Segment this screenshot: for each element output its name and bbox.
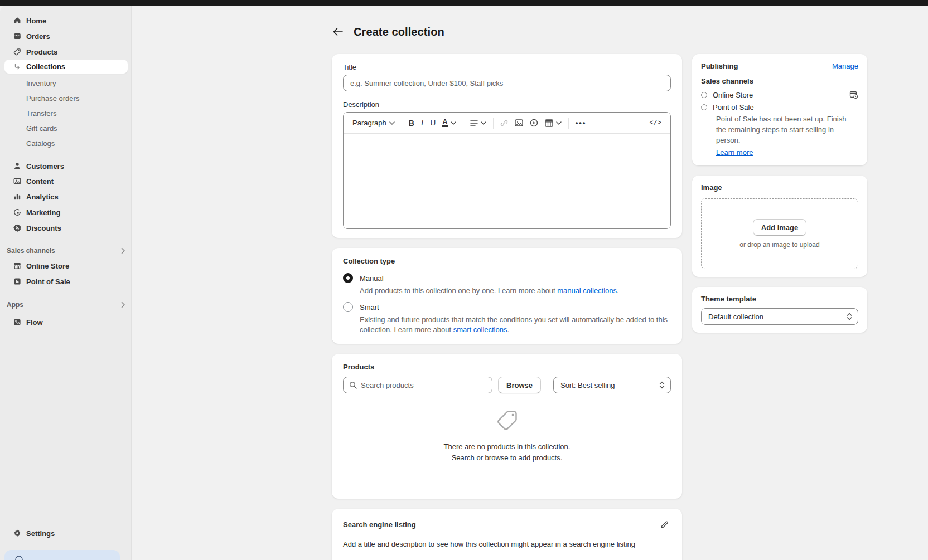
image-heading: Image <box>701 183 858 192</box>
sales-channels-heading: Sales channels <box>701 77 858 85</box>
align-left-icon <box>470 120 478 126</box>
right-column: Publishing Manage Sales channels Online … <box>692 54 867 343</box>
sidebar-item-flow[interactable]: Flow <box>4 315 128 329</box>
manual-collections-link[interactable]: manual collections <box>557 286 617 295</box>
products-empty-state: There are no products in this collection… <box>343 393 671 464</box>
more-options-button[interactable]: ••• <box>572 116 590 129</box>
chevron-down-icon <box>389 121 395 125</box>
sidebar-item-customers[interactable]: Customers <box>4 159 128 173</box>
browse-button[interactable]: Browse <box>498 377 541 393</box>
discount-icon <box>12 223 22 233</box>
link-button[interactable] <box>497 117 511 129</box>
edit-seo-button[interactable] <box>658 518 671 531</box>
learn-more-link[interactable]: Learn more <box>716 148 753 157</box>
products-card: Products Browse Sort: Best selling There… <box>332 354 682 499</box>
toolbar-divider <box>568 118 569 129</box>
pos-setup-note: Point of Sale has not been set up. Finis… <box>716 114 858 145</box>
calendar-clock-icon[interactable] <box>849 90 858 99</box>
sidebar-item-collections[interactable]: Collections <box>4 60 128 74</box>
code-view-button[interactable]: </> <box>646 117 665 129</box>
seo-heading: Search engine listing <box>343 520 416 529</box>
tag-icon <box>12 47 22 57</box>
storefront-icon <box>12 261 22 271</box>
page-title: Create collection <box>354 26 444 38</box>
description-textarea[interactable] <box>344 134 670 228</box>
pos-icon <box>12 277 22 286</box>
insert-image-button[interactable] <box>511 117 526 129</box>
sidebar-item-online-store[interactable]: Online Store <box>4 259 128 273</box>
sidebar-item-content[interactable]: Content <box>4 174 128 188</box>
smart-radio-row[interactable]: Smart <box>343 302 671 312</box>
sidebar-item-transfers[interactable]: Transfers <box>4 106 128 120</box>
italic-button[interactable]: I <box>418 116 427 130</box>
flow-icon <box>12 318 22 327</box>
chevron-right-icon <box>121 301 125 308</box>
sidebar-callout-card[interactable] <box>4 550 120 560</box>
online-store-channel-row: Online Store <box>701 90 858 99</box>
channel-bullet-icon <box>701 92 707 98</box>
manual-radio-row[interactable]: Manual <box>343 273 671 283</box>
sidebar-item-point-of-sale[interactable]: Point of Sale <box>4 274 128 289</box>
sidebar-item-marketing[interactable]: Marketing <box>4 205 128 220</box>
sort-select[interactable]: Sort: Best selling <box>553 377 671 393</box>
text-color-button[interactable]: A <box>439 116 459 129</box>
target-icon <box>12 208 22 217</box>
sidebar-item-gift-cards[interactable]: Gift cards <box>4 121 128 135</box>
theme-template-card: Theme template Default collection <box>692 287 867 333</box>
underline-button[interactable]: U <box>427 116 439 129</box>
description-editor: Paragraph B I U A <box>343 112 671 229</box>
chevron-down-icon <box>556 121 562 125</box>
link-icon <box>500 119 508 127</box>
sidebar-item-settings[interactable]: Settings <box>4 526 128 540</box>
app-surface: Home Orders Products Collections Invento… <box>0 6 928 560</box>
sidebar-item-inventory[interactable]: Inventory <box>4 76 128 90</box>
manage-link[interactable]: Manage <box>832 62 858 70</box>
bold-button[interactable]: B <box>405 116 418 130</box>
sidebar-section-sales-channels[interactable]: Sales channels <box>7 245 125 256</box>
publishing-heading: Publishing <box>701 62 738 70</box>
sidebar-item-analytics[interactable]: Analytics <box>4 189 128 204</box>
theme-template-select[interactable]: Default collection <box>701 308 858 325</box>
search-icon <box>349 381 357 389</box>
top-bar <box>0 0 928 6</box>
tag-outline-icon <box>494 408 520 434</box>
sidebar-item-catalogs[interactable]: Catalogs <box>4 137 128 150</box>
publishing-card: Publishing Manage Sales channels Online … <box>692 54 867 165</box>
page-header: Create collection <box>330 24 444 40</box>
sidebar-item-products[interactable]: Products <box>4 45 128 59</box>
toolbar-divider <box>493 118 494 129</box>
sidebar-item-purchase-orders[interactable]: Purchase orders <box>4 91 128 105</box>
description-label: Description <box>343 100 671 109</box>
sidebar-section-apps[interactable]: Apps <box>7 299 125 310</box>
drop-hint-text: or drop an image to upload <box>740 241 819 249</box>
title-input[interactable] <box>343 75 671 91</box>
empty-state-text: There are no products in this collection… <box>343 441 671 464</box>
add-image-button[interactable]: Add image <box>753 219 806 236</box>
image-card: Image Add image or drop an image to uplo… <box>692 176 867 277</box>
radio-unselected-icon[interactable] <box>343 302 353 312</box>
table-icon <box>545 119 553 127</box>
toolbar-divider <box>402 118 402 129</box>
sub-arrow-icon <box>12 62 22 71</box>
orders-icon <box>12 32 22 41</box>
sidebar-item-home[interactable]: Home <box>4 13 128 28</box>
sidebar-item-orders[interactable]: Orders <box>4 29 128 43</box>
smart-description: Existing and future products that match … <box>360 315 671 335</box>
media-icon <box>12 177 22 186</box>
image-dropzone[interactable]: Add image or drop an image to upload <box>701 198 858 269</box>
smart-collections-link[interactable]: smart collections <box>453 325 508 334</box>
theme-template-heading: Theme template <box>701 295 858 303</box>
insert-video-button[interactable] <box>526 116 542 129</box>
paragraph-style-dropdown[interactable]: Paragraph <box>349 116 398 129</box>
smart-radio-label: Smart <box>360 303 379 311</box>
radio-selected-icon[interactable] <box>343 273 353 283</box>
pencil-icon <box>660 520 669 529</box>
alignment-button[interactable] <box>467 118 490 129</box>
sidebar-item-discounts[interactable]: Discounts <box>4 221 128 235</box>
product-search-input[interactable] <box>361 381 486 389</box>
back-button[interactable] <box>330 24 346 40</box>
seo-description: Add a title and description to see how t… <box>343 540 671 548</box>
insert-table-button[interactable] <box>542 117 565 129</box>
collection-type-card: Collection type Manual Add products to t… <box>332 248 682 344</box>
product-search-box[interactable] <box>343 377 492 393</box>
